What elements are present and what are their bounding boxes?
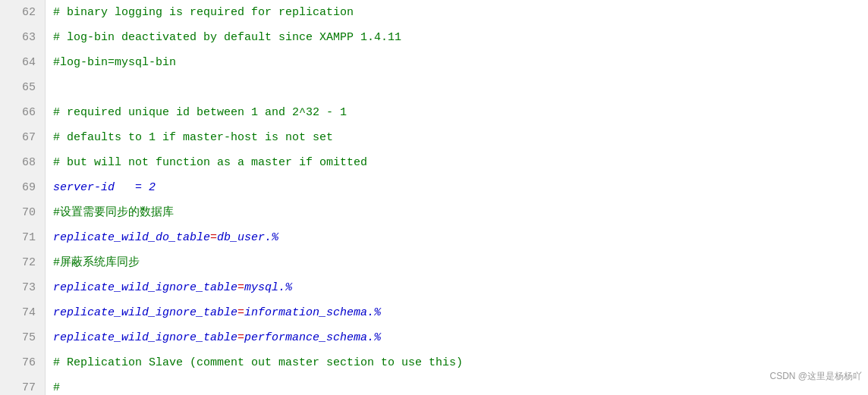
line-number: 75 [9,325,36,350]
code-segment: performance_schema.% [244,331,381,344]
code-segment: server-id = 2 [53,181,156,194]
code-line: #设置需要同步的数据库 [53,200,860,225]
code-segment: replicate_wild_ignore_table [53,306,237,319]
code-segment: # defaults to 1 if master-host is not se… [53,131,333,144]
code-segment: = [237,306,244,319]
code-segment: replicate_wild_do_table [53,231,210,244]
code-line: replicate_wild_ignore_table=performance_… [53,325,860,350]
code-line: # Replication Slave (comment out master … [53,350,860,375]
code-segment: replicate_wild_ignore_table [53,331,237,344]
code-line: # binary logging is required for replica… [53,0,860,25]
code-container: 6263646566676869707172737475767778 # bin… [0,0,868,395]
code-line: replicate_wild_do_table=db_user.% [53,225,860,250]
code-content[interactable]: # binary logging is required for replica… [46,0,868,395]
code-segment: #设置需要同步的数据库 [53,206,174,219]
line-number: 70 [9,200,36,225]
code-segment: #log-bin=mysql-bin [53,56,176,69]
code-line: # log-bin deactivated by default since X… [53,25,860,50]
code-line [53,75,860,100]
code-segment: mysql.% [244,281,292,294]
code-segment: = [237,281,244,294]
code-segment: #屏蔽系统库同步 [53,256,140,269]
code-segment: information_schema.% [244,306,381,319]
code-segment: # binary logging is required for replica… [53,6,354,19]
code-segment: # Replication Slave (comment out master … [53,356,463,369]
line-number: 64 [9,50,36,75]
code-line: replicate_wild_ignore_table=mysql.% [53,275,860,300]
line-number: 77 [9,375,36,395]
line-number: 68 [9,150,36,175]
code-segment: # [53,381,60,394]
code-line: # [53,375,860,395]
line-number: 69 [9,175,36,200]
code-line: # defaults to 1 if master-host is not se… [53,125,860,150]
code-line: # but will not function as a master if o… [53,150,860,175]
line-number: 72 [9,250,36,275]
line-number: 62 [9,0,36,25]
line-number: 74 [9,300,36,325]
code-segment: = [210,231,217,244]
code-line: # required unique id between 1 and 2^32 … [53,100,860,125]
code-segment: db_user.% [217,231,278,244]
code-line: server-id = 2 [53,175,860,200]
line-numbers: 6263646566676869707172737475767778 [0,0,46,395]
line-number: 67 [9,125,36,150]
code-line: #log-bin=mysql-bin [53,50,860,75]
line-number: 65 [9,75,36,100]
code-segment: replicate_wild_ignore_table [53,281,237,294]
code-segment: # log-bin deactivated by default since X… [53,31,401,44]
watermark: CSDN @这里是杨杨吖 [769,364,862,389]
code-line: replicate_wild_ignore_table=information_… [53,300,860,325]
line-number: 66 [9,100,36,125]
code-segment: # required unique id between 1 and 2^32 … [53,106,347,119]
line-number: 76 [9,350,36,375]
code-segment: = [237,331,244,344]
line-number: 73 [9,275,36,300]
line-number: 63 [9,25,36,50]
line-number: 71 [9,225,36,250]
code-line: #屏蔽系统库同步 [53,250,860,275]
code-segment: # but will not function as a master if o… [53,156,367,169]
